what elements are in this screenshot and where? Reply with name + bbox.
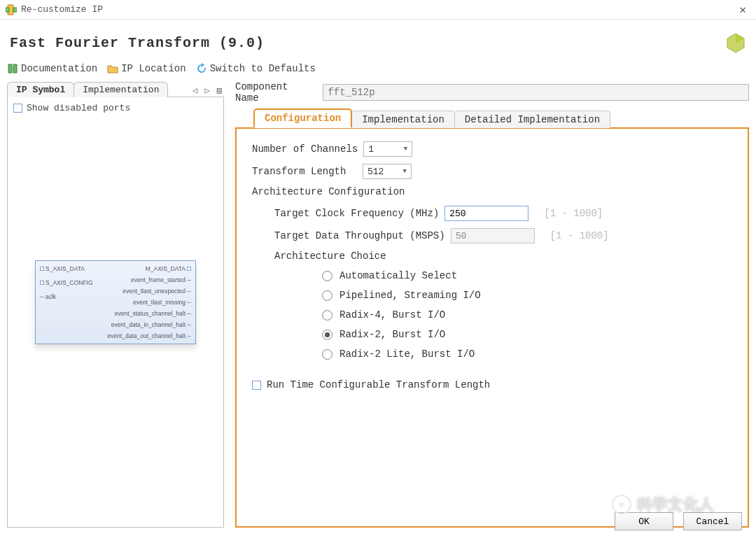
radio-radix2-lite-label: Radix-2 Lite, Burst I/O (340, 348, 475, 360)
tab-ip-symbol[interactable]: IP Symbol (7, 82, 74, 97)
page-title: Fast Fourier Transform (9.0) (10, 35, 725, 51)
port-in: aclk (40, 293, 93, 300)
tab-configuration[interactable]: Configuration (253, 108, 352, 128)
port-out: event_tlast_unexpected (122, 288, 191, 295)
switch-defaults-link[interactable]: Switch to Defaults (196, 63, 316, 74)
port-in: S_AXIS_CONFIG (40, 279, 93, 286)
watermark: ✦ 科学文化人 (612, 494, 714, 515)
app-icon (6, 4, 17, 15)
component-name-label: Component Name (235, 81, 317, 104)
chevron-down-icon: ▼ (403, 168, 407, 175)
chevron-down-icon: ▼ (404, 146, 407, 153)
book-icon (7, 63, 18, 74)
port-out: event_tlast_missing (133, 299, 191, 306)
vendor-logo-icon (725, 32, 746, 53)
target-clock-range: [1 - 1000] (544, 208, 603, 219)
num-channels-label: Number of Channels (252, 143, 358, 155)
radio-radix4-label: Radix-4, Burst I/O (340, 309, 445, 320)
port-out: event_data_in_channel_halt (111, 321, 191, 328)
radio-pipelined-label: Pipelined, Streaming I/O (340, 290, 481, 301)
target-throughput-label: Target Data Throughput (MSPS) (274, 230, 445, 241)
runtime-config-checkbox[interactable] (252, 381, 261, 390)
transform-length-value: 512 (368, 167, 384, 177)
tab-left-implementation[interactable]: Implementation (74, 82, 168, 97)
left-tabs: IP Symbol Implementation ◁ ▷ ▤ (7, 80, 224, 97)
arch-choice-group: Automatically Select Pipelined, Streamin… (274, 270, 732, 360)
svg-rect-2 (13, 8, 17, 12)
tabs-next-icon[interactable]: ▷ (203, 85, 212, 97)
radio-pipelined[interactable] (322, 290, 332, 301)
target-throughput-input[interactable] (451, 228, 535, 244)
transform-length-label: Transform Length (252, 166, 357, 177)
show-disabled-checkbox[interactable] (13, 104, 22, 113)
radio-radix2-label: Radix-2, Burst I/O (340, 329, 445, 340)
radio-radix2[interactable] (322, 330, 332, 340)
component-name-input[interactable] (323, 84, 749, 101)
target-clock-input[interactable] (444, 206, 528, 221)
link-bar: Documentation IP Location Switch to Defa… (0, 60, 756, 80)
num-channels-select[interactable]: 1 ▼ (363, 141, 412, 157)
port-in: S_AXIS_DATA (40, 265, 93, 272)
radio-radix4[interactable] (322, 310, 332, 320)
tabs-nav: ◁ ▷ ▤ (190, 85, 224, 97)
arch-config-title: Architecture Configuration (252, 186, 732, 197)
port-out: event_status_channel_halt (115, 310, 191, 317)
switch-defaults-label: Switch to Defaults (210, 63, 316, 74)
ip-location-label: IP Location (121, 63, 186, 74)
num-channels-value: 1 (368, 144, 374, 155)
close-icon[interactable]: ✕ (735, 3, 750, 17)
title-bar: Re-customize IP ✕ (0, 0, 756, 20)
config-tabs: Configuration Implementation Detailed Im… (235, 109, 749, 127)
ip-location-link[interactable]: IP Location (107, 63, 186, 74)
target-clock-label: Target Clock Frequency (MHz) (274, 208, 439, 219)
documentation-label: Documentation (21, 63, 97, 74)
show-disabled-label: Show disabled ports (27, 103, 130, 113)
runtime-config-label: Run Time Configurable Transform Length (267, 379, 490, 390)
port-out: event_data_out_channel_halt (107, 332, 191, 339)
svg-rect-1 (6, 8, 9, 12)
port-out: M_AXIS_DATA (146, 265, 191, 272)
configuration-panel: Number of Channels 1 ▼ Transform Length … (235, 127, 749, 528)
window-title: Re-customize IP (21, 4, 735, 15)
tab-implementation[interactable]: Implementation (351, 111, 455, 128)
tabs-prev-icon[interactable]: ◁ (190, 85, 200, 97)
radio-auto[interactable] (322, 271, 332, 281)
ip-symbol-block: S_AXIS_DATA S_AXIS_CONFIG aclk M_AXIS_DA… (35, 260, 196, 344)
radio-auto-label: Automatically Select (340, 270, 457, 281)
refresh-icon (196, 63, 207, 74)
watermark-icon: ✦ (612, 495, 631, 514)
tabs-list-icon[interactable]: ▤ (215, 85, 224, 97)
left-panel: Show disabled ports S_AXIS_DATA S_AXIS_C… (7, 97, 224, 528)
transform-length-select[interactable]: 512 ▼ (363, 164, 412, 179)
header: Fast Fourier Transform (9.0) (0, 20, 756, 60)
tab-detailed-implementation[interactable]: Detailed Implementation (454, 111, 610, 128)
radio-radix2-lite[interactable] (322, 349, 332, 360)
arch-choice-title: Architecture Choice (274, 251, 732, 262)
documentation-link[interactable]: Documentation (7, 63, 97, 74)
watermark-text: 科学文化人 (637, 494, 714, 515)
port-out: event_frame_started (131, 276, 191, 283)
target-throughput-range: [1 - 1000] (550, 230, 609, 241)
folder-icon (107, 63, 118, 74)
